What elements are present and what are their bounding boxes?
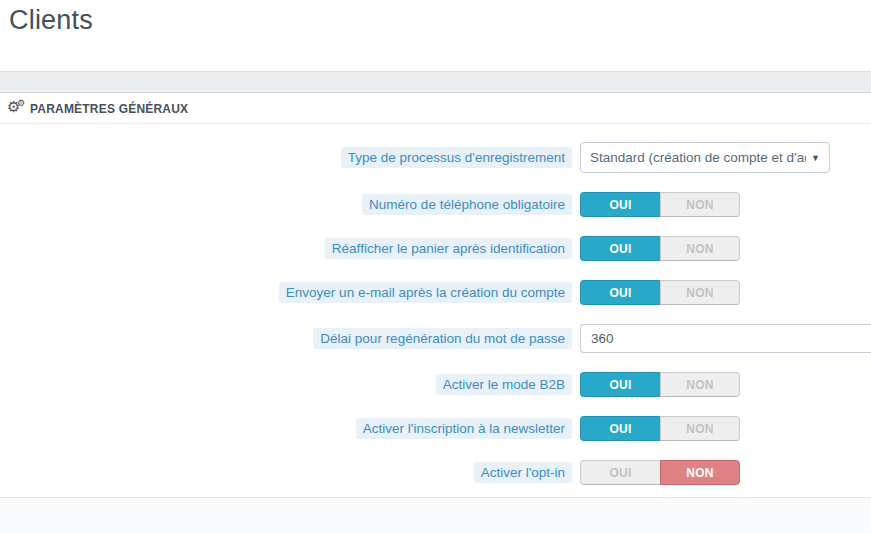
label-column: Activer le mode B2B — [0, 374, 572, 395]
redisplay-cart-at-login-non-button[interactable]: NON — [660, 236, 740, 261]
control-column: OUINON — [580, 372, 871, 397]
field-label-enable-b2b-mode: Activer le mode B2B — [436, 374, 572, 395]
enable-newsletter-registration-oui-button[interactable]: OUI — [580, 416, 660, 441]
enable-b2b-mode-non-button[interactable]: NON — [660, 372, 740, 397]
control-column: OUINON — [580, 416, 871, 441]
form: Type de processus d'enregistrementStanda… — [0, 124, 871, 485]
enable-b2b-mode-toggle: OUINON — [580, 372, 740, 397]
panel-header: ⚙⚙ PARAMÈTRES GÉNÉRAUX — [0, 94, 871, 124]
password-regeneration-delay-input[interactable] — [580, 324, 871, 353]
phone-required-toggle: OUINON — [580, 192, 740, 217]
control-column: Standard (création de compte et d'adr▼ — [580, 142, 871, 173]
enable-newsletter-registration-non-button[interactable]: NON — [660, 416, 740, 441]
page-title: Clients — [0, 0, 871, 36]
send-email-after-registration-oui-button[interactable]: OUI — [580, 280, 660, 305]
field-label-redisplay-cart-at-login: Réafficher le panier après identificatio… — [325, 238, 572, 259]
select-value: Standard (création de compte et d'adr — [590, 150, 806, 165]
form-row: Activer l'opt-inOUINON — [0, 460, 871, 485]
enable-opt-in-non-button[interactable]: NON — [660, 460, 740, 485]
control-column: OUINON — [580, 460, 871, 485]
control-column: OUINON — [580, 280, 871, 305]
redisplay-cart-at-login-oui-button[interactable]: OUI — [580, 236, 660, 261]
enable-opt-in-oui-button[interactable]: OUI — [580, 460, 660, 485]
cogs-icon: ⚙⚙ — [7, 100, 26, 117]
form-row: Envoyer un e-mail après la création du c… — [0, 280, 871, 305]
form-row: Activer l'inscription à la newsletterOUI… — [0, 416, 871, 441]
panel-footer — [0, 497, 871, 533]
caret-down-icon: ▼ — [811, 153, 820, 163]
field-label-password-regeneration-delay: Délai pour regénération du mot de passe — [313, 328, 572, 349]
field-label-send-email-after-registration: Envoyer un e-mail après la création du c… — [279, 282, 572, 303]
send-email-after-registration-non-button[interactable]: NON — [660, 280, 740, 305]
phone-required-oui-button[interactable]: OUI — [580, 192, 660, 217]
panel-title: PARAMÈTRES GÉNÉRAUX — [30, 102, 188, 116]
field-label-phone-required: Numéro de téléphone obligatoire — [362, 194, 572, 215]
label-column: Réafficher le panier après identificatio… — [0, 238, 572, 259]
panel-parametres-generaux: ⚙⚙ PARAMÈTRES GÉNÉRAUX Type de processus… — [0, 94, 871, 533]
gear-icon: ⚙ — [17, 95, 25, 112]
field-label-enable-newsletter-registration: Activer l'inscription à la newsletter — [356, 418, 572, 439]
phone-required-non-button[interactable]: NON — [660, 192, 740, 217]
send-email-after-registration-toggle: OUINON — [580, 280, 740, 305]
redisplay-cart-at-login-toggle: OUINON — [580, 236, 740, 261]
field-label-registration-process-type: Type de processus d'enregistrement — [341, 147, 572, 168]
form-row: Délai pour regénération du mot de passe — [0, 324, 871, 353]
form-row: Activer le mode B2BOUINON — [0, 372, 871, 397]
label-column: Délai pour regénération du mot de passe — [0, 328, 572, 349]
form-row: Numéro de téléphone obligatoireOUINON — [0, 192, 871, 217]
control-column: OUINON — [580, 192, 871, 217]
registration-process-type-select[interactable]: Standard (création de compte et d'adr▼ — [580, 142, 830, 173]
label-column: Activer l'opt-in — [0, 462, 572, 483]
control-column — [580, 324, 871, 353]
label-column: Envoyer un e-mail après la création du c… — [0, 282, 572, 303]
enable-b2b-mode-oui-button[interactable]: OUI — [580, 372, 660, 397]
label-column: Activer l'inscription à la newsletter — [0, 418, 572, 439]
label-column: Type de processus d'enregistrement — [0, 147, 572, 168]
enable-newsletter-registration-toggle: OUINON — [580, 416, 740, 441]
control-column: OUINON — [580, 236, 871, 261]
form-row: Réafficher le panier après identificatio… — [0, 236, 871, 261]
enable-opt-in-toggle: OUINON — [580, 460, 740, 485]
toolbar — [0, 71, 871, 93]
form-row: Type de processus d'enregistrementStanda… — [0, 142, 871, 173]
label-column: Numéro de téléphone obligatoire — [0, 194, 572, 215]
field-label-enable-opt-in: Activer l'opt-in — [474, 462, 572, 483]
